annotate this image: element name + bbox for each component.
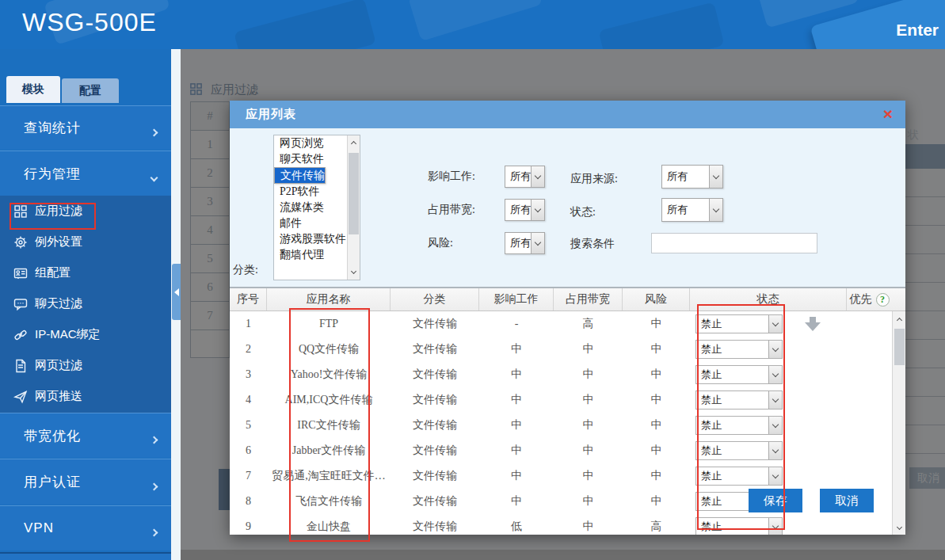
search-label: 搜索条件: [570, 237, 615, 251]
sidebar-item-gear[interactable]: 例外设置: [0, 227, 171, 257]
select-value: 禁止: [696, 315, 768, 333]
status-cell: 禁止: [690, 387, 847, 413]
close-icon[interactable]: ×: [883, 105, 893, 123]
chevron-down-icon: [531, 233, 544, 253]
sidebar-section-query-stats[interactable]: 查询统计: [0, 105, 171, 150]
row-number: 6: [230, 438, 267, 463]
cancel-button[interactable]: 取消: [820, 489, 874, 512]
priority-down-arrow-icon[interactable]: [805, 317, 821, 331]
chevron-down-icon: [768, 341, 782, 358]
bandwidth-select[interactable]: 所有: [505, 199, 545, 221]
status-cell: 禁止: [690, 337, 847, 362]
listbox-item[interactable]: P2P软件: [274, 184, 347, 200]
status-select[interactable]: 禁止: [695, 314, 783, 333]
table-row: 9金山快盘文件传输低中高禁止: [230, 514, 905, 535]
impact-cell: 中: [479, 413, 554, 438]
keyboard-key-decoration: [408, 0, 543, 41]
risk-cell: 中: [623, 337, 690, 362]
scrollbar-thumb[interactable]: [894, 329, 905, 365]
impact-cell: 中: [479, 463, 554, 489]
row-number: 5: [230, 413, 267, 438]
status-select[interactable]: 禁止: [695, 416, 783, 435]
listbox-item[interactable]: 邮件: [274, 215, 347, 231]
risk-select[interactable]: 所有: [505, 232, 545, 254]
sidebar-section-vpn[interactable]: VPN: [0, 505, 171, 550]
sidebar-item-link[interactable]: IP-MAC绑定: [0, 319, 171, 350]
risk-cell: 中: [623, 387, 690, 413]
status-select[interactable]: 禁止: [695, 517, 783, 535]
scroll-down-icon[interactable]: [348, 266, 360, 279]
risk-cell: 中: [623, 438, 690, 463]
sidebar-section-user-auth[interactable]: 用户认证: [0, 459, 171, 505]
save-button[interactable]: 保存: [749, 489, 802, 512]
category-cell: 文件传输: [391, 489, 479, 514]
table-row: 3Yahoo!文件传输文件传输中中中禁止: [230, 362, 905, 387]
scroll-down-icon[interactable]: [894, 522, 905, 535]
scroll-up-icon[interactable]: [348, 136, 360, 149]
select-value: 所有: [662, 166, 709, 188]
chevron-right-icon: [151, 432, 157, 446]
tab-config[interactable]: 配置: [62, 78, 119, 103]
category-listbox[interactable]: 网页浏览聊天软件文件传输工作相关P2P软件流媒体类邮件游戏股票软件翻墙代理: [273, 135, 360, 280]
risk-cell: 中: [623, 311, 690, 337]
select-value: 禁止: [696, 518, 768, 535]
listbox-item[interactable]: 翻墙代理: [274, 247, 347, 263]
chevron-down-icon: [768, 442, 782, 459]
tab-modules[interactable]: 模块: [6, 76, 60, 103]
category-label: 分类:: [233, 263, 258, 277]
sidebar-item-grid[interactable]: 应用过滤: [0, 196, 171, 227]
impact-work-select[interactable]: 所有: [505, 166, 545, 188]
chevron-down-icon: [768, 366, 782, 383]
search-input[interactable]: [651, 233, 817, 253]
scroll-up-icon[interactable]: [894, 313, 905, 326]
sidebar-section-behavior-mgmt[interactable]: 行为管理: [0, 150, 171, 196]
status-cell: 禁止: [690, 311, 847, 337]
chevron-right-icon: [151, 524, 157, 539]
chevron-down-icon: [768, 315, 782, 333]
sidebar-item-label: 组配置: [35, 265, 70, 280]
impact-work-label: 影响工作:: [428, 170, 475, 184]
chevron-down-icon: [768, 467, 782, 485]
sidebar-collapse-button[interactable]: [172, 264, 181, 320]
sidebar-item-page[interactable]: 网页过滤: [0, 350, 171, 381]
status-select[interactable]: 禁止: [695, 340, 783, 359]
listbox-item[interactable]: 网页浏览: [274, 135, 347, 151]
listbox-item[interactable]: 流媒体类: [274, 200, 347, 215]
risk-cell: 中: [623, 413, 690, 438]
status-select[interactable]: 禁止: [695, 390, 783, 410]
listbox-item[interactable]: 文件传输: [274, 167, 326, 183]
sidebar-item-chat[interactable]: 聊天过滤: [0, 288, 171, 319]
select-value: 禁止: [696, 467, 768, 485]
status-cell: 禁止: [690, 438, 847, 463]
priority-cell: [847, 362, 892, 387]
status-select[interactable]: 禁止: [695, 441, 783, 460]
bandwidth-cell: 中: [554, 413, 623, 438]
status-select[interactable]: 禁止: [695, 365, 783, 384]
priority-cell: [847, 463, 892, 489]
sidebar-item-send[interactable]: 网页推送: [0, 381, 171, 412]
app-name: Yahoo!文件传输: [267, 362, 391, 387]
status-filter-select[interactable]: 所有: [661, 198, 723, 222]
app-name: IRC文件传输: [267, 413, 391, 438]
sidebar-item-label: IP-MAC绑定: [35, 327, 101, 342]
app-name: Jabber文件传输: [267, 438, 391, 463]
help-icon[interactable]: ?: [876, 293, 890, 307]
app-source-select[interactable]: 所有: [661, 165, 723, 189]
category-cell: 文件传输: [391, 514, 479, 535]
row-number: 1: [230, 311, 267, 337]
table-scrollbar[interactable]: [892, 311, 905, 535]
row-number: 8: [230, 489, 267, 514]
status-filter-label: 状态:: [570, 205, 596, 219]
listbox-item[interactable]: 游戏股票软件: [274, 231, 347, 247]
sidebar-item-id-card[interactable]: 组配置: [0, 257, 171, 288]
scrollbar-thumb[interactable]: [349, 153, 359, 234]
sidebar-section-bandwidth-opt[interactable]: 带宽优化: [0, 413, 171, 458]
status-select[interactable]: 禁止: [695, 467, 783, 486]
section-label: 用户认证: [24, 473, 81, 491]
listbox-scrollbar[interactable]: [347, 135, 360, 280]
bandwidth-cell: 中: [554, 438, 623, 463]
listbox-item[interactable]: 聊天软件: [274, 151, 347, 167]
chevron-down-icon: [709, 166, 722, 188]
priority-cell: [847, 438, 892, 463]
priority-cell: [847, 311, 892, 337]
